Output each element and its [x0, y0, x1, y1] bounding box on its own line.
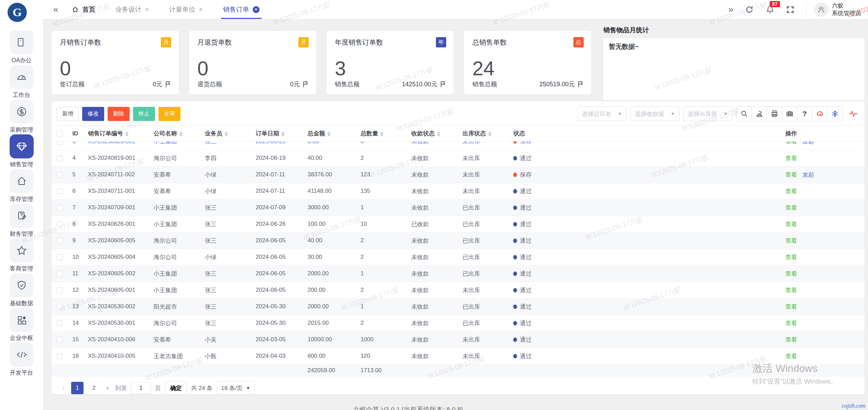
stamp-icon[interactable] [752, 107, 767, 121]
sort-icon[interactable] [380, 132, 384, 136]
refresh-icon[interactable] [745, 5, 754, 14]
table-row[interactable]: 13XS-20240530-002阳光超市张三2024-05-302000.00… [52, 298, 865, 315]
view-link[interactable]: 查看 [785, 320, 797, 326]
sort-icon[interactable] [224, 132, 228, 136]
expand-tabs-icon[interactable]: » [728, 4, 733, 15]
table-row[interactable]: 9XS-20240605-005海尔公司张三2024-06-0540.002未收… [52, 232, 865, 249]
view-link[interactable]: 查看 [785, 303, 797, 310]
row-checkbox[interactable] [57, 287, 63, 293]
pulse-monitor-icon[interactable] [847, 107, 859, 121]
page-2-button[interactable]: 2 [88, 382, 100, 394]
sidebar-item-sales[interactable]: 销售管理 [0, 134, 43, 169]
table-row[interactable]: 8XS-20240626-001小王集团张三2024-06-26100.0010… [52, 216, 865, 232]
sidebar-item-oa[interactable]: OA办公 [0, 30, 43, 65]
view-link[interactable]: 查看 [785, 204, 797, 211]
printer-icon[interactable] [767, 107, 782, 121]
column-header-stock_status[interactable]: 出库状态 [463, 126, 514, 142]
view-link[interactable]: 查看 [785, 155, 797, 162]
fullscreen-icon[interactable] [786, 5, 794, 14]
row-checkbox[interactable] [57, 172, 63, 178]
payment-status-filter-select[interactable]: 选择收款状▼ [630, 107, 679, 121]
site-link[interactable]: cojz8.com [842, 402, 865, 409]
table-row[interactable]: 6XS-20240711-001安慕希小绿2024-07-1141148.001… [52, 183, 865, 199]
sidebar-item-customers[interactable]: 客商管理 [0, 239, 43, 273]
view-link[interactable]: 查看 [785, 237, 797, 244]
next-page-icon[interactable]: › [104, 385, 111, 392]
close-tab-icon[interactable]: ✕ [253, 6, 260, 13]
view-link[interactable]: 查看 [785, 287, 797, 293]
delete-button[interactable]: 删除 [108, 107, 130, 121]
sort-icon[interactable] [437, 132, 440, 136]
help-icon[interactable]: ? [797, 107, 812, 121]
row-checkbox[interactable] [57, 304, 63, 310]
dashboard-gauge-icon[interactable] [812, 107, 827, 121]
search-icon[interactable] [737, 107, 752, 121]
notifications-bell-icon[interactable]: 57 [766, 5, 774, 14]
column-header-company[interactable]: 公司名称 [154, 126, 205, 142]
collapse-tabs-icon[interactable]: « [53, 4, 58, 15]
row-checkbox[interactable] [57, 205, 63, 211]
column-header-pay_status[interactable]: 收款状态 [411, 126, 463, 142]
column-header-amount[interactable]: 总金额 [308, 126, 361, 142]
row-checkbox[interactable] [57, 337, 63, 343]
tab-sales-order[interactable]: 销售订单 ✕ [223, 0, 260, 19]
row-checkbox[interactable] [57, 155, 63, 161]
sort-icon[interactable] [125, 132, 129, 136]
column-header-qty[interactable]: 总数量 [361, 126, 411, 142]
sidebar-item-finance[interactable]: 财务管理 [0, 204, 43, 239]
tab-measure-unit[interactable]: 计量单位 ✕ [169, 0, 203, 19]
sort-icon[interactable] [327, 132, 331, 136]
column-header-order_no[interactable]: 销售订单编号 [88, 126, 154, 142]
sort-icon[interactable] [488, 132, 492, 136]
columns-setting-icon[interactable] [782, 107, 797, 121]
initiate-link[interactable]: 发起 [802, 171, 814, 178]
table-row[interactable]: 3XS-20250620-001小王集团张三2025-06-200.000未收款… [52, 142, 865, 150]
sidebar-item-inventory[interactable]: 库存管理 [0, 169, 43, 204]
table-row[interactable]: 5XS-20240711-002安慕希小绿2024-07-1138376.001… [52, 166, 865, 183]
unaudit-button[interactable]: 去审 [158, 107, 180, 121]
table-row[interactable]: 16XS-20240410-005王老吉集团小瓶2024-04-03600.00… [52, 348, 865, 364]
view-link[interactable]: 查看 [785, 221, 797, 228]
goto-page-input[interactable] [131, 382, 151, 394]
table-row[interactable]: 4XS-20240819-001海尔公司李四2024-08-1940.002未收… [52, 150, 865, 166]
stockout-status-filter-select[interactable]: 选择出库状▼ [683, 107, 732, 121]
sidebar-item-devplatform[interactable]: 开发平台 [0, 343, 43, 377]
row-checkbox[interactable] [57, 238, 63, 244]
page-size-select[interactable]: 16 条/页 ▼ [217, 381, 254, 395]
select-all-checkbox[interactable] [57, 131, 63, 137]
row-checkbox[interactable] [57, 271, 63, 277]
user-menu[interactable]: 六 六蚁 系统管理员 [806, 2, 861, 17]
view-link[interactable]: 查看 [785, 353, 797, 359]
sidebar-item-workbench[interactable]: 工作台 [0, 65, 43, 100]
column-header-date[interactable]: 订单日期 [256, 126, 308, 142]
view-link[interactable]: 查看 [785, 142, 797, 145]
sort-icon[interactable] [179, 132, 183, 136]
view-link[interactable]: 查看 [785, 171, 797, 178]
snowflake-icon[interactable] [827, 107, 843, 121]
page-1-button[interactable]: 1 [71, 382, 84, 394]
row-checkbox[interactable] [57, 142, 63, 145]
row-checkbox[interactable] [57, 320, 63, 326]
tab-business-design[interactable]: 业务设计 ✕ [115, 0, 149, 19]
view-link[interactable]: 查看 [785, 336, 797, 343]
row-checkbox[interactable] [57, 254, 63, 260]
close-tab-icon[interactable]: ✕ [199, 7, 203, 13]
sort-icon[interactable] [281, 132, 285, 136]
row-checkbox[interactable] [57, 353, 63, 359]
row-checkbox[interactable] [57, 188, 63, 194]
edit-button[interactable]: 修改 [82, 107, 104, 121]
view-link[interactable]: 查看 [785, 254, 797, 261]
column-header-salesman[interactable]: 业务员 [205, 126, 256, 142]
tab-home[interactable]: 首页 [72, 0, 95, 19]
table-row[interactable]: 7XS-20240709-001小王集团张三2024-07-093000.001… [52, 199, 865, 216]
table-row[interactable]: 10XS-20240605-004海尔公司小绿2024-06-0530.002未… [52, 249, 865, 265]
sidebar-item-enterprise[interactable]: 企业中枢 [0, 308, 43, 343]
sidebar-item-basedata[interactable]: 基础数据 [0, 273, 43, 308]
add-button[interactable]: 新增 [57, 107, 79, 121]
initiate-link[interactable]: 发起 [802, 142, 814, 145]
close-tab-icon[interactable]: ✕ [145, 7, 149, 13]
table-row[interactable]: 11XS-20240605-002小王集团张三2024-06-052000.00… [52, 265, 865, 282]
view-link[interactable]: 查看 [785, 270, 797, 277]
table-row[interactable]: 15XS-20240410-006安慕希小吴2024-03-0510000.00… [52, 331, 865, 348]
sidebar-item-purchase[interactable]: 采购管理 [0, 100, 43, 134]
